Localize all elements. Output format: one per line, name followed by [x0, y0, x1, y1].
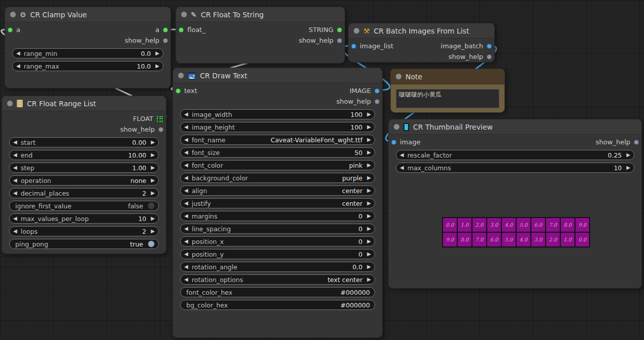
increment-arrow-icon[interactable]: ▶ [367, 213, 371, 219]
collapse-dot-icon[interactable] [10, 12, 16, 17]
collapse-dot-icon[interactable] [396, 74, 401, 79]
increment-arrow-icon[interactable]: ▶ [626, 165, 630, 170]
decrement-arrow-icon[interactable]: ◀ [184, 163, 188, 168]
increment-arrow-icon[interactable]: ▶ [367, 201, 371, 206]
decrement-arrow-icon[interactable]: ◀ [184, 137, 188, 142]
decrement-arrow-icon[interactable]: ◀ [184, 188, 188, 193]
decrement-arrow-icon[interactable]: ◀ [184, 226, 188, 231]
increment-arrow-icon[interactable]: ▶ [367, 239, 371, 244]
increment-arrow-icon[interactable]: ▶ [151, 216, 155, 221]
collapse-dot-icon[interactable] [178, 73, 184, 78]
node-cr-clamp-value[interactable]: ⚙ CR Clamp Value a a show_help ◀ range_m… [5, 7, 171, 88]
increment-arrow-icon[interactable]: ▶ [155, 64, 159, 69]
decrement-arrow-icon[interactable]: ◀ [400, 152, 404, 158]
increment-arrow-icon[interactable]: ▶ [367, 277, 371, 282]
increment-arrow-icon[interactable]: ▶ [151, 191, 155, 196]
decrement-arrow-icon[interactable]: ◀ [184, 175, 188, 180]
slot-dot-icon[interactable] [8, 27, 13, 33]
slot-dot-icon[interactable] [634, 140, 639, 145]
output-slot-float-list[interactable]: FLOAT [133, 115, 163, 122]
decrement-arrow-icon[interactable]: ◀ [184, 264, 188, 269]
increment-arrow-icon[interactable]: ▶ [626, 152, 630, 158]
increment-arrow-icon[interactable]: ▶ [367, 112, 371, 117]
widget-decimal-places[interactable]: ◀ decimal_places 2 ▶ [9, 188, 159, 198]
increment-arrow-icon[interactable]: ▶ [151, 152, 155, 158]
widget-position-y[interactable]: ◀ position_y 0 ▶ [180, 249, 375, 259]
widget-step[interactable]: ◀ step 1.00 ▶ [9, 163, 159, 173]
widget-position-x[interactable]: ◀ position_x 0 ▶ [180, 236, 375, 246]
slot-dot-icon[interactable] [375, 99, 380, 104]
node-graph-canvas[interactable]: { "graph": { "nodes": { "clamp_value": {… [0, 0, 644, 340]
node-cr-float-range-list[interactable]: CR Float Range List FLOAT show_help ◀ st… [2, 96, 166, 254]
output-slot-image-batch[interactable]: image_batch [440, 42, 492, 50]
decrement-arrow-icon[interactable]: ◀ [184, 112, 188, 117]
input-slot-text[interactable]: text [176, 87, 197, 95]
decrement-arrow-icon[interactable]: ◀ [13, 140, 17, 145]
collapse-dot-icon[interactable] [181, 12, 187, 17]
output-slot-show-help[interactable]: show_help [596, 138, 639, 146]
widget-justify[interactable]: ◀ justify center ▶ [180, 198, 375, 208]
output-slot-a[interactable]: a [155, 26, 168, 34]
output-slot-show-help[interactable]: show_help [336, 98, 380, 105]
input-slot-image-list[interactable]: image_list [351, 42, 393, 50]
toggle-off-icon[interactable] [148, 202, 155, 209]
decrement-arrow-icon[interactable]: ◀ [13, 165, 17, 170]
widget-loops[interactable]: ◀ loops 2 ▶ [9, 226, 159, 236]
node-cr-batch-images-from-list[interactable]: ⚒ CR Batch Images From List image_list i… [348, 23, 495, 63]
widget-ignore-first-value[interactable]: ignore_first_value false [9, 201, 159, 211]
slot-dot-icon[interactable] [337, 38, 342, 43]
decrement-arrow-icon[interactable]: ◀ [184, 252, 188, 257]
slot-dot-icon[interactable] [163, 27, 168, 33]
output-slot-image[interactable]: IMAGE [350, 87, 380, 95]
toggle-on-icon[interactable] [148, 240, 155, 248]
node-titlebar[interactable]: CR Float Range List [2, 96, 166, 111]
decrement-arrow-icon[interactable]: ◀ [184, 125, 188, 130]
node-titlebar[interactable]: CR Draw Text [173, 68, 382, 83]
slot-dot-icon[interactable] [158, 127, 163, 132]
decrement-arrow-icon[interactable]: ◀ [184, 150, 188, 155]
widget-ping-pong[interactable]: ping_pong true [9, 239, 159, 249]
decrement-arrow-icon[interactable]: ◀ [400, 165, 404, 170]
widget-background-color[interactable]: ◀ background_color purple ▶ [180, 173, 375, 183]
collapse-dot-icon[interactable] [354, 28, 359, 34]
decrement-arrow-icon[interactable]: ◀ [13, 178, 17, 183]
widget-font-size[interactable]: ◀ font_size 50 ▶ [180, 147, 375, 158]
increment-arrow-icon[interactable]: ▶ [367, 125, 371, 130]
slot-dot-icon[interactable] [179, 27, 184, 33]
widget-image-width[interactable]: ◀ image_width 100 ▶ [180, 109, 375, 119]
widget-range-max[interactable]: ◀ range_max 10.0 ▶ [12, 61, 163, 71]
node-titlebar[interactable]: ⚙ CR Clamp Value [5, 7, 171, 22]
decrement-arrow-icon[interactable]: ◀ [184, 213, 188, 219]
node-titlebar[interactable]: Note [391, 69, 504, 84]
widget-max-columns[interactable]: ◀ max_columns 10 ▶ [396, 163, 634, 173]
widget-line-spacing[interactable]: ◀ line_spacing 0 ▶ [180, 224, 375, 234]
node-cr-float-to-string[interactable]: ✎ CR Float To String float_ STRING show_… [176, 7, 345, 64]
increment-arrow-icon[interactable]: ▶ [367, 175, 371, 180]
slot-dot-icon[interactable] [176, 88, 181, 94]
slot-dot-icon[interactable] [351, 44, 356, 49]
increment-arrow-icon[interactable]: ▶ [367, 137, 371, 142]
widget-font-name[interactable]: ◀ font_name Caveat-VariableFont_wght.ttf… [180, 135, 375, 145]
output-slot-show-help[interactable]: show_help [120, 126, 163, 133]
widget-rotation-options[interactable]: ◀ rotation_options text center ▶ [180, 274, 375, 285]
decrement-arrow-icon[interactable]: ◀ [16, 64, 20, 69]
node-titlebar[interactable]: ⚒ CR Batch Images From List [349, 23, 494, 39]
widget-font-color-hex[interactable]: font_color_hex #000000 [180, 287, 375, 297]
increment-arrow-icon[interactable]: ▶ [367, 163, 371, 168]
node-note[interactable]: Note 啵啵啵的小黄瓜 [390, 69, 505, 113]
widget-rotation-angle[interactable]: ◀ rotation_angle 0.0 ▶ [180, 262, 375, 272]
node-cr-thumbnail-preview[interactable]: CR Thumbnail Preview image show_help ◀ r… [388, 119, 642, 289]
increment-arrow-icon[interactable]: ▶ [151, 140, 155, 145]
increment-arrow-icon[interactable]: ▶ [151, 178, 155, 183]
widget-range-min[interactable]: ◀ range_min 0.0 ▶ [12, 48, 163, 58]
increment-arrow-icon[interactable]: ▶ [367, 150, 371, 155]
slot-dot-icon[interactable] [163, 38, 168, 43]
output-slot-show-help[interactable]: show_help [299, 37, 342, 44]
output-slot-show-help[interactable]: show_help [125, 37, 168, 44]
list-grid-icon[interactable] [157, 115, 163, 122]
decrement-arrow-icon[interactable]: ◀ [13, 191, 17, 196]
widget-margins[interactable]: ◀ margins 0 ▶ [180, 211, 375, 221]
slot-dot-icon[interactable] [391, 140, 396, 145]
note-textarea[interactable]: 啵啵啵的小黄瓜 [396, 89, 499, 108]
widget-start[interactable]: ◀ start 0.00 ▶ [9, 137, 159, 147]
